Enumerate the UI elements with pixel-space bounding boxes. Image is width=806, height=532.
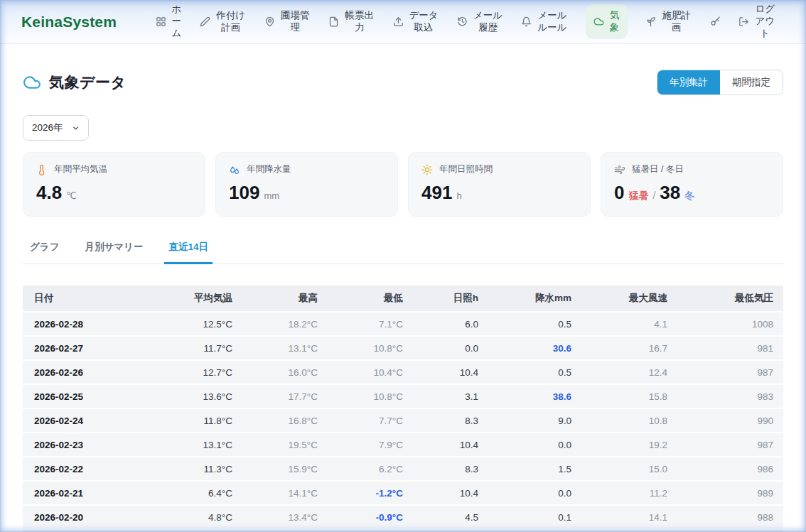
cell-precip: 0.0 bbox=[488, 529, 581, 532]
year-select[interactable]: 2026年 bbox=[23, 115, 89, 141]
brand-logo[interactable]: KeinaSystem bbox=[21, 13, 117, 31]
winter-days-label: 冬 bbox=[684, 190, 694, 202]
column-header-min-pressure: 最低気圧 bbox=[677, 286, 783, 312]
nav-item-fertilization-plan[interactable]: 施肥計画 bbox=[645, 10, 692, 34]
nav-item-label: データ取込 bbox=[409, 10, 439, 34]
pencil-icon bbox=[200, 16, 210, 27]
card-value: 109 bbox=[229, 182, 259, 204]
nav-item-report-output[interactable]: 帳票出力 bbox=[328, 10, 375, 34]
weather-page: 気象データ 年別集計 期間指定 2026年 年間平均気温 4.8 ℃ 年間降水量 bbox=[0, 70, 806, 532]
thermometer-icon bbox=[36, 164, 48, 175]
cloud-icon bbox=[593, 16, 604, 27]
cell-avg-temp: 11.3°C bbox=[176, 457, 242, 481]
cell-min-pressure: 981 bbox=[677, 336, 783, 360]
nav-item-weather[interactable]: 気象 bbox=[586, 4, 628, 40]
hot-days-label: 猛暑 bbox=[628, 190, 648, 202]
nav-item-field-management[interactable]: 圃場管理 bbox=[264, 10, 311, 34]
nav-item-data-import[interactable]: データ取込 bbox=[393, 10, 439, 34]
column-header-min: 最低 bbox=[328, 286, 413, 312]
cell-sunshine: 10.4 bbox=[413, 360, 488, 384]
table-row: 2026-02-26 12.7°C 16.0°C 10.4°C 10.4 0.5… bbox=[23, 360, 783, 384]
cell-date: 2026-02-27 bbox=[23, 336, 176, 360]
file-icon bbox=[328, 16, 339, 27]
cell-date: 2026-02-25 bbox=[23, 384, 176, 408]
top-navigation: KeinaSystem ホーム 作付け計画 圃場管理 帳票出力 データ取込 メー… bbox=[0, 0, 806, 44]
cell-max: 13.4°C bbox=[242, 505, 328, 529]
table-row: 2026-02-23 13.1°C 19.5°C 7.9°C 10.4 0.0 … bbox=[23, 433, 783, 457]
card-label: 猛暑日 / 冬日 bbox=[632, 163, 684, 175]
nav-item-label: 施肥計画 bbox=[661, 10, 692, 34]
period-toggle: 年別集計 期間指定 bbox=[657, 70, 783, 95]
cell-date: 2026-02-21 bbox=[23, 481, 176, 505]
cell-avg-temp: 13.1°C bbox=[176, 433, 242, 457]
page-title: 気象データ bbox=[49, 72, 126, 92]
cell-avg-temp: 11.7°C bbox=[176, 336, 242, 360]
nav-item-label: ログアウト bbox=[754, 4, 775, 40]
cell-max-wind: 10.8 bbox=[581, 408, 677, 433]
cell-max-wind: 15.0 bbox=[581, 457, 677, 481]
cell-min: 6.2°C bbox=[328, 457, 413, 481]
cell-precip: 0.0 bbox=[488, 433, 581, 457]
cell-min-pressure: 987 bbox=[677, 360, 783, 384]
nav-item-home[interactable]: ホーム bbox=[156, 4, 182, 40]
cell-max: 16.8°C bbox=[242, 408, 328, 433]
cell-sunshine: 0.0 bbox=[413, 336, 488, 360]
cell-min-pressure: 990 bbox=[677, 408, 783, 433]
cell-avg-temp: 12.7°C bbox=[176, 360, 242, 384]
tab-monthly-summary[interactable]: 月別サマリー bbox=[83, 234, 144, 264]
sprout-icon bbox=[645, 16, 656, 27]
cell-max-wind: 16.7 bbox=[581, 336, 677, 360]
cell-sunshine: 10.4 bbox=[413, 433, 488, 457]
card-unit: mm bbox=[264, 190, 279, 201]
period-select-button[interactable]: 期間指定 bbox=[720, 70, 783, 94]
recent-weather-table: 日付 平均気温 最高 最低 日照h 降水mm 最大風速 最低気圧 2026-02… bbox=[23, 286, 783, 532]
nav-item-mail-rules[interactable]: メールルール bbox=[521, 10, 567, 34]
nav-item-label: ホーム bbox=[171, 4, 182, 40]
cell-date: 2026-02-24 bbox=[23, 408, 176, 433]
column-header-date: 日付 bbox=[23, 286, 176, 312]
card-label: 年間平均気温 bbox=[54, 163, 107, 175]
cell-min-freezing: -1.2°C bbox=[328, 481, 413, 505]
cell-sunshine: 10.4 bbox=[413, 481, 488, 505]
cell-min-freezing: -2.9°C bbox=[328, 529, 413, 532]
cell-min-freezing: -0.9°C bbox=[328, 505, 413, 529]
table-row: 2026-02-21 6.4°C 14.1°C -1.2°C 10.4 0.0 … bbox=[23, 481, 783, 505]
card-value: 4.8 bbox=[36, 182, 62, 204]
cell-max-wind: 19.2 bbox=[581, 433, 677, 457]
nav-item-label: メール履歴 bbox=[473, 10, 503, 34]
table-row: 2026-02-27 11.7°C 13.1°C 10.8°C 0.0 30.6… bbox=[23, 336, 783, 360]
nav-item-label: 圃場管理 bbox=[280, 10, 311, 34]
cell-max: 11.6°C bbox=[242, 529, 328, 532]
card-value: 491 bbox=[421, 182, 452, 204]
tab-recent-14-days[interactable]: 直近14日 bbox=[167, 234, 210, 264]
cell-max-wind: 4.1 bbox=[581, 312, 677, 336]
nav-item-mail-history[interactable]: メール履歴 bbox=[457, 10, 503, 34]
cell-max: 17.7°C bbox=[242, 384, 328, 408]
cell-date: 2026-02-26 bbox=[23, 360, 176, 384]
cell-precip: 9.0 bbox=[488, 408, 581, 433]
nav-item-password[interactable] bbox=[710, 16, 721, 27]
cell-sunshine: 4.5 bbox=[413, 505, 488, 529]
cell-max: 18.2°C bbox=[242, 312, 328, 336]
cell-min-pressure: 988 bbox=[677, 505, 783, 529]
wind-icon bbox=[614, 164, 625, 175]
table-row: 2026-02-25 13.6°C 17.7°C 10.8°C 3.1 38.6… bbox=[23, 384, 783, 408]
cell-max: 13.1°C bbox=[242, 336, 328, 360]
table-row: 2026-02-19 3.9°C 11.6°C -2.9°C 10.3 0.0 … bbox=[23, 529, 783, 532]
card-hot-winter-days: 猛暑日 / 冬日 0 猛暑 / 38 冬 bbox=[601, 152, 783, 217]
yearly-summary-button[interactable]: 年別集計 bbox=[657, 70, 720, 94]
cell-precip-high: 38.6 bbox=[488, 384, 581, 408]
cell-min: 7.1°C bbox=[328, 312, 413, 336]
nav-item-label: メールルール bbox=[537, 10, 567, 34]
nav-item-logout[interactable]: ログアウト bbox=[738, 4, 775, 40]
card-unit: ℃ bbox=[66, 190, 77, 201]
cell-min-pressure: 986 bbox=[677, 457, 783, 481]
nav-item-label: 気象 bbox=[609, 10, 620, 34]
tab-graph[interactable]: グラフ bbox=[28, 234, 60, 264]
nav-item-planting-plan[interactable]: 作付け計画 bbox=[200, 10, 246, 34]
hot-days-count: 0 bbox=[614, 182, 624, 204]
table-row: 2026-02-28 12.5°C 18.2°C 7.1°C 6.0 0.5 4… bbox=[23, 312, 783, 336]
cell-min: 10.8°C bbox=[328, 384, 413, 408]
map-pin-icon bbox=[264, 16, 275, 27]
cell-max: 15.9°C bbox=[242, 457, 328, 481]
